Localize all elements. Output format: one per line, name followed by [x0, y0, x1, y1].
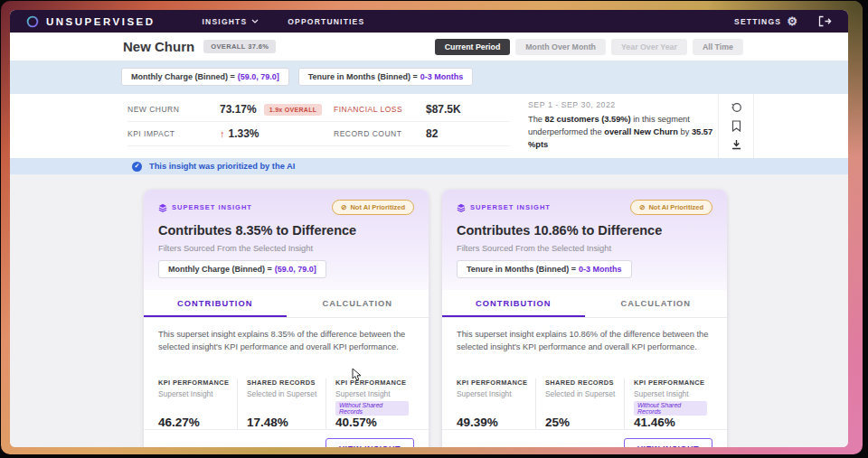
kpi-record-count: RECORD COUNT 82 [334, 122, 510, 146]
card-type: SUPERSET INSIGHT [158, 203, 252, 212]
app-window: UNSUPERVISED INSIGHTS OPPORTUNITIES SETT… [10, 10, 848, 447]
ai-banner-text: This insight was prioritized by the AI [149, 162, 295, 171]
blocked-icon: ⊘ [341, 203, 346, 211]
stat-value: 49.39% [457, 416, 498, 429]
logout-button[interactable] [818, 15, 832, 27]
stat-tag: Without Shared Records [335, 401, 409, 416]
window-frame: UNSUPERVISED INSIGHTS OPPORTUNITIES SETT… [1, 1, 863, 454]
check-badge-icon: ✓ [132, 162, 142, 172]
stat-sublabel: Superset Insight [634, 389, 689, 398]
nav-opportunities[interactable]: OPPORTUNITIES [288, 17, 364, 26]
not-ai-prioritized-badge: ⊘ Not AI Prioritized [332, 200, 414, 215]
card-stats: KPI PERFORMANCE Superset Insight 46.27% … [158, 379, 414, 429]
filter-value: 0-3 Months [420, 72, 464, 81]
download-button[interactable] [730, 138, 742, 151]
summary-bold: overall New Churn [604, 127, 678, 136]
kpi-number: 82 [426, 127, 438, 140]
tab-all-time[interactable]: All Time [693, 39, 743, 55]
blocked-icon: ⊘ [639, 203, 645, 211]
card-type-label: SUPERSET INSIGHT [470, 203, 551, 211]
card-footer: VIEW INSIGHT [144, 429, 429, 447]
overall-badge: OVERALL 37.6% [203, 40, 276, 53]
stat-value: 41.46% [634, 416, 675, 429]
summary-part: by [678, 127, 692, 136]
gear-icon: ⚙ [787, 15, 798, 27]
stat-tag: Without Shared Records [634, 401, 707, 416]
filter-value: (59.0, 79.0] [238, 72, 279, 81]
nav-links: INSIGHTS OPPORTUNITIES [203, 17, 365, 26]
filter-value: (59.0, 79.0] [275, 265, 316, 274]
kpi-impact: KPI IMPACT ↑ 1.33% [127, 122, 335, 146]
content-area: SUPERSET INSIGHT ⊘ Not AI Prioritized Co… [10, 174, 848, 447]
card-subtitle: Filters Sourced From the Selected Insigh… [457, 244, 712, 253]
kpi-column-right: FINANCIAL LOSS $87.5K RECORD COUNT 82 [334, 98, 510, 146]
stat-sublabel: Superset Insight [457, 389, 512, 398]
nav-insights-label: INSIGHTS [203, 17, 248, 26]
superset-insight-card-2: SUPERSET INSIGHT ⊘ Not AI Prioritized Co… [442, 190, 727, 447]
nav-right: SETTINGS ⚙ [734, 15, 832, 27]
card-type: SUPERSET INSIGHT [457, 203, 551, 212]
tab-year-over-year[interactable]: Year Over Year [611, 39, 687, 55]
kpi-financial-loss: FINANCIAL LOSS $87.5K [334, 98, 510, 122]
card-stats: KPI PERFORMANCE Superset Insight 49.39% … [457, 379, 712, 429]
filter-chip-tenure[interactable]: Tenure in Months (Binned) = 0-3 Months [298, 68, 474, 86]
settings-button[interactable]: SETTINGS ⚙ [734, 15, 798, 27]
kpi-new-churn: NEW CHURN 73.17% 1.9x OVERALL [127, 98, 335, 122]
feedback-icon [731, 102, 742, 113]
tab-contribution[interactable]: CONTRIBUTION [144, 290, 287, 317]
stat-sublabel: Superset Insight [335, 389, 391, 398]
tab-calculation[interactable]: CALCULATION [585, 290, 728, 317]
summary-bold: 82 customers (3.59%) [545, 115, 631, 124]
filter-field: Tenure in Months (Binned) = [308, 72, 418, 81]
superset-insight-card-1: SUPERSET INSIGHT ⊘ Not AI Prioritized Co… [144, 190, 429, 447]
card-filter-chip[interactable]: Monthly Charge (Binned) = (59.0, 79.0] [158, 260, 326, 278]
feedback-button[interactable] [730, 101, 742, 114]
tab-calculation[interactable]: CALCULATION [287, 290, 429, 317]
card-footer: VIEW INSIGHT [442, 429, 727, 447]
kpi-label: NEW CHURN [127, 105, 220, 114]
tab-current-period[interactable]: Current Period [435, 39, 511, 55]
stat-label: KPI PERFORMANCE [457, 379, 527, 387]
stat-shared-records: SHARED RECORDS Selected in Superset 25% [535, 379, 624, 429]
page-title: New Churn [123, 39, 194, 54]
stat-kpi-performance: KPI PERFORMANCE Superset Insight 46.27% [158, 379, 237, 429]
chevron-down-icon [251, 19, 259, 23]
stat-sublabel: Selected in Superset [545, 389, 615, 398]
stat-label: SHARED RECORDS [545, 379, 614, 387]
tab-month-over-month[interactable]: Month Over Month [515, 39, 606, 55]
logout-icon [818, 15, 832, 27]
not-ai-prioritized-badge: ⊘ Not AI Prioritized [630, 200, 712, 215]
kpi-label: KPI IMPACT [127, 129, 220, 138]
filter-chip-monthly-charge[interactable]: Monthly Charge (Binned) = (59.0, 79.0] [121, 68, 289, 86]
kpi-column-left: NEW CHURN 73.17% 1.9x OVERALL KPI IMPACT… [127, 98, 335, 146]
stat-sublabel: Selected in Superset [247, 389, 316, 398]
kpi-value: ↑ 1.33% [220, 127, 259, 140]
kpi-band: NEW CHURN 73.17% 1.9x OVERALL KPI IMPACT… [10, 94, 848, 158]
page-header: New Churn OVERALL 37.6% Current Period M… [10, 33, 848, 61]
bookmark-icon [731, 120, 741, 132]
kpi-number: $87.5K [426, 103, 461, 116]
insight-summary: SEP 1 - SEP 30, 2022 The 82 customers (3… [528, 100, 727, 152]
view-insight-button[interactable]: VIEW INSIGHT [624, 438, 712, 447]
badge-label: Not AI Prioritized [350, 203, 405, 211]
filter-value: 0-3 Months [579, 265, 622, 274]
card-tabs: CONTRIBUTION CALCULATION [442, 290, 727, 318]
multiplier-badge: 1.9x OVERALL [264, 104, 323, 116]
bookmark-button[interactable] [730, 120, 742, 133]
card-header: SUPERSET INSIGHT ⊘ Not AI Prioritized Co… [144, 190, 429, 290]
card-header: SUPERSET INSIGHT ⊘ Not AI Prioritized Co… [442, 190, 727, 290]
ai-prioritized-banner: ✓ This insight was prioritized by the AI [10, 158, 848, 174]
date-range: SEP 1 - SEP 30, 2022 [528, 100, 727, 109]
badge-label: Not AI Prioritized [648, 203, 703, 211]
stat-value: 40.57% [335, 416, 377, 429]
summary-text: The 82 customers (3.59%) in this segment… [528, 114, 727, 152]
stat-label: KPI PERFORMANCE [335, 379, 406, 387]
summary-part: The [528, 115, 545, 124]
kpi-label: RECORD COUNT [334, 129, 426, 138]
tab-contribution[interactable]: CONTRIBUTION [442, 290, 585, 317]
card-filter-chip[interactable]: Tenure in Months (Binned) = 0-3 Months [457, 260, 632, 278]
nav-insights[interactable]: INSIGHTS [203, 17, 259, 26]
view-insight-button[interactable]: VIEW INSIGHT [326, 438, 414, 447]
card-title: Contributes 8.35% to Difference [158, 223, 414, 238]
stat-kpi-performance-without-shared: KPI PERFORMANCE Superset Insight Without… [326, 379, 414, 429]
